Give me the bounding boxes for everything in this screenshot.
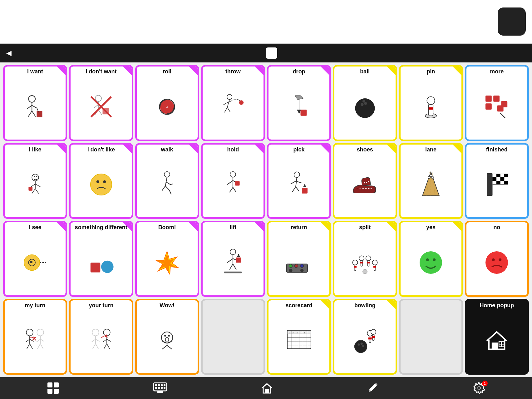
svg-line-157 bbox=[96, 344, 98, 349]
card-roll[interactable]: roll ↺ bbox=[135, 65, 199, 141]
card-image-walk bbox=[138, 153, 196, 216]
svg-line-49 bbox=[35, 184, 40, 187]
svg-rect-89 bbox=[493, 177, 497, 181]
svg-line-22 bbox=[223, 102, 228, 105]
svg-rect-85 bbox=[493, 174, 497, 177]
card-boom[interactable]: Boom! bbox=[135, 221, 199, 297]
card-image-home-popup bbox=[468, 309, 526, 372]
card-label-my-turn: my turn bbox=[24, 302, 46, 309]
keyboard-icon[interactable] bbox=[153, 382, 167, 394]
card-return[interactable]: return bbox=[267, 221, 331, 297]
svg-point-26 bbox=[239, 100, 244, 105]
card-label-roll: roll bbox=[162, 68, 172, 75]
card-wow[interactable]: Wow! bbox=[135, 299, 199, 375]
card-pin[interactable]: pin bbox=[399, 65, 463, 141]
back-button[interactable]: ◀ bbox=[6, 49, 14, 57]
svg-line-51 bbox=[35, 189, 39, 194]
card-image-something-different bbox=[72, 231, 130, 294]
card-empty1 bbox=[201, 299, 265, 375]
card-more[interactable]: more bbox=[465, 65, 529, 141]
card-scorecard[interactable]: scorecard 1 2 3 4 5 bbox=[267, 299, 331, 375]
svg-text:1: 1 bbox=[288, 332, 289, 334]
card-label-throw: throw bbox=[225, 68, 241, 75]
card-image-i-see bbox=[6, 231, 64, 294]
page-title bbox=[266, 47, 280, 59]
svg-line-154 bbox=[91, 339, 96, 342]
svg-point-119 bbox=[289, 268, 292, 272]
svg-point-167 bbox=[168, 335, 170, 337]
svg-point-140 bbox=[26, 329, 33, 336]
card-image-i-dont-want bbox=[72, 75, 130, 138]
svg-point-20 bbox=[227, 94, 232, 99]
svg-line-5 bbox=[32, 111, 36, 116]
card-i-see[interactable]: I see bbox=[3, 221, 67, 297]
svg-point-158 bbox=[103, 329, 110, 336]
svg-point-64 bbox=[294, 172, 299, 178]
grid-view-icon[interactable] bbox=[47, 382, 59, 394]
card-finished[interactable]: finished bbox=[465, 143, 529, 219]
card-split[interactable]: split bbox=[333, 221, 397, 297]
svg-point-166 bbox=[164, 335, 166, 337]
card-image-i-dont-like bbox=[72, 153, 130, 216]
card-i-dont-like[interactable]: I don't like bbox=[69, 143, 133, 219]
close-button[interactable] bbox=[498, 7, 526, 36]
card-my-turn[interactable]: my turn bbox=[3, 299, 67, 375]
card-label-i-dont-like: I don't like bbox=[87, 146, 116, 153]
svg-line-156 bbox=[93, 344, 96, 349]
svg-rect-37 bbox=[429, 107, 433, 109]
svg-point-116 bbox=[289, 264, 292, 268]
card-label-boom: Boom! bbox=[158, 224, 177, 231]
svg-rect-90 bbox=[496, 177, 500, 181]
svg-rect-101 bbox=[91, 263, 101, 273]
home-icon[interactable] bbox=[261, 382, 273, 394]
settings-icon[interactable]: 1 bbox=[473, 382, 485, 394]
card-shoes[interactable]: shoes bbox=[333, 143, 397, 219]
svg-rect-209 bbox=[158, 384, 160, 386]
card-image-shoes bbox=[336, 153, 394, 216]
svg-line-171 bbox=[167, 345, 172, 349]
card-empty2 bbox=[399, 299, 463, 375]
svg-line-61 bbox=[230, 187, 233, 192]
svg-point-219 bbox=[477, 387, 480, 390]
card-your-turn[interactable]: your turn bbox=[69, 299, 133, 375]
svg-rect-63 bbox=[235, 181, 240, 185]
svg-point-121 bbox=[363, 269, 367, 273]
card-something-different[interactable]: something different bbox=[69, 221, 133, 297]
svg-point-128 bbox=[366, 256, 371, 261]
card-label-no: no bbox=[493, 224, 501, 231]
card-no[interactable]: no bbox=[465, 221, 529, 297]
svg-rect-123 bbox=[354, 265, 356, 270]
svg-point-82 bbox=[431, 176, 434, 179]
card-image-wow bbox=[138, 309, 196, 372]
svg-rect-129 bbox=[367, 260, 369, 266]
svg-rect-93 bbox=[493, 181, 497, 184]
card-ball[interactable]: ball bbox=[333, 65, 397, 141]
card-image-ball bbox=[336, 75, 394, 138]
card-image-scorecard: 1 2 3 4 5 bbox=[270, 309, 328, 372]
card-drop[interactable]: drop bbox=[267, 65, 331, 141]
card-i-want[interactable]: I want bbox=[3, 65, 67, 141]
card-image-i-like bbox=[6, 153, 64, 216]
svg-rect-132 bbox=[374, 265, 376, 270]
card-bowling[interactable]: bowling bbox=[333, 299, 397, 375]
svg-point-135 bbox=[426, 258, 429, 261]
card-lift[interactable]: lift bbox=[201, 221, 265, 297]
card-label-ball: ball bbox=[359, 68, 370, 75]
svg-point-73 bbox=[366, 182, 367, 183]
card-pick[interactable]: pick bbox=[267, 143, 331, 219]
pencil-icon[interactable] bbox=[367, 382, 379, 394]
svg-point-81 bbox=[428, 176, 430, 179]
svg-point-120 bbox=[300, 268, 303, 272]
card-throw[interactable]: throw bbox=[201, 65, 265, 141]
card-yes[interactable]: yes bbox=[399, 221, 463, 297]
card-walk[interactable]: walk bbox=[135, 143, 199, 219]
card-image-throw bbox=[204, 75, 262, 138]
card-label-i-like: I like bbox=[28, 146, 42, 153]
card-i-like[interactable]: I like bbox=[3, 143, 67, 219]
card-lane[interactable]: lane bbox=[399, 143, 463, 219]
svg-point-138 bbox=[492, 258, 495, 261]
svg-point-45 bbox=[34, 176, 35, 177]
card-i-dont-want[interactable]: I don't want bbox=[69, 65, 133, 141]
card-hold[interactable]: hold bbox=[201, 143, 265, 219]
card-home-popup[interactable]: Home popup bbox=[465, 299, 529, 375]
